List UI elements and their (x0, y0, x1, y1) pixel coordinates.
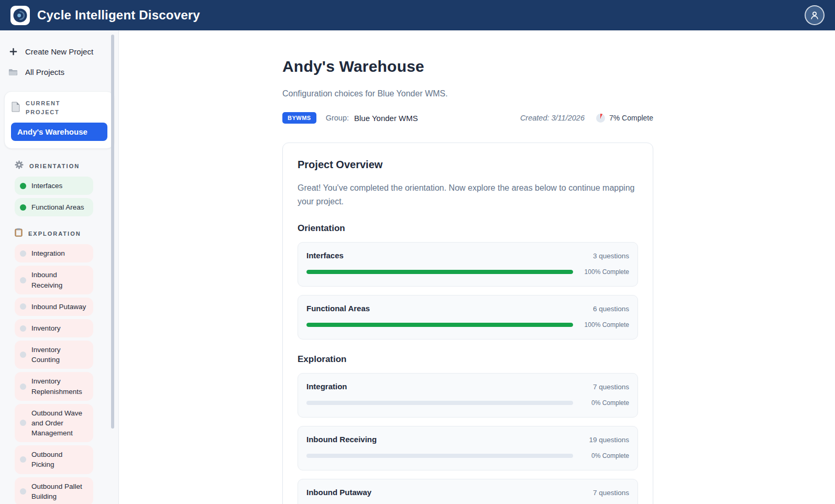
current-project-label: CURRENT PROJECT (26, 99, 87, 116)
sidebar-item-label: Functional Areas (31, 202, 84, 212)
pending-dot-icon (20, 384, 26, 390)
plus-icon (8, 48, 18, 56)
sidebar-item-inventory-replenishments[interactable]: Inventory Replenishments (15, 372, 93, 400)
sidebar-item-outbound-pallet-building[interactable]: Outbound Pallet Building (15, 477, 93, 504)
create-new-project-button[interactable]: Create New Project (0, 43, 118, 60)
page-subtitle: Configuration choices for Blue Yonder WM… (282, 89, 653, 98)
progress-label: 100% Complete (579, 268, 629, 276)
area-card-inbound-putaway[interactable]: Inbound Putaway 7 questions 0% Complete (298, 479, 638, 504)
sidebar: Create New Project All Projects CURRE (0, 30, 119, 504)
sidebar-item-outbound-picking[interactable]: Outbound Picking (15, 445, 93, 474)
progress-label: 0% Complete (579, 452, 629, 459)
sidebar-item-inbound-receiving[interactable]: Inbound Receiving (15, 266, 93, 294)
pending-dot-icon (20, 250, 26, 257)
person-icon (809, 9, 820, 21)
pending-dot-icon (20, 277, 26, 283)
current-project-card: CURRENT PROJECT Andy's Warehouse (4, 91, 114, 149)
clipboard-icon (15, 228, 23, 239)
sidebar-item-label: Inbound Receiving (31, 270, 87, 290)
sidebar-item-label: Integration (31, 248, 65, 258)
sidebar-item-functional-areas[interactable]: Functional Areas (15, 198, 93, 216)
area-name: Inbound Receiving (306, 435, 377, 444)
area-questions: 19 questions (589, 436, 629, 444)
sidebar-item-label: Inbound Putaway (31, 302, 86, 312)
sidebar-item-label: Outbound Pallet Building (31, 481, 87, 501)
all-projects-button[interactable]: All Projects (0, 63, 118, 81)
all-projects-label: All Projects (25, 68, 64, 76)
main-content: Andy's Warehouse Configuration choices f… (119, 30, 835, 504)
area-name: Integration (306, 382, 347, 391)
area-name: Inbound Putaway (306, 488, 371, 497)
progress-bar (306, 454, 573, 458)
sidebar-item-integration[interactable]: Integration (15, 244, 93, 262)
progress-label: 0% Complete (579, 399, 629, 407)
overview-section-title-orientation: Orientation (298, 223, 638, 234)
project-overview-card: Project Overview Great! You've completed… (282, 143, 653, 504)
progress-bar (306, 270, 573, 274)
created-date: Created: 3/11/2026 (520, 114, 585, 122)
sidebar-item-inventory-counting[interactable]: Inventory Counting (15, 341, 93, 369)
sidebar-section-orientation: ORIENTATION (0, 160, 118, 171)
folder-icon (8, 68, 18, 76)
overview-message: Great! You've completed the orientation.… (298, 181, 638, 209)
area-questions: 7 questions (593, 383, 629, 391)
complete-dot-icon (20, 204, 26, 211)
sidebar-scrollbar[interactable] (111, 35, 114, 429)
sidebar-item-label: Inventory Counting (31, 345, 87, 365)
sidebar-section-exploration: EXPLORATION (0, 228, 118, 239)
area-questions: 7 questions (593, 489, 629, 497)
gear-icon (15, 160, 24, 171)
orientation-section-label: ORIENTATION (29, 163, 80, 169)
completion-pie-icon (596, 114, 605, 123)
app-logo-icon (10, 6, 30, 25)
app-title: Cycle Intelligent Discovery (37, 8, 200, 23)
completion-text: 7% Complete (609, 114, 653, 122)
area-card-functional-areas[interactable]: Functional Areas 6 questions 100% Comple… (298, 295, 638, 339)
complete-dot-icon (20, 183, 26, 189)
sidebar-item-interfaces[interactable]: Interfaces (15, 177, 93, 195)
exploration-section-label: EXPLORATION (28, 231, 81, 237)
user-avatar-button[interactable] (805, 5, 825, 25)
sidebar-item-label: Outbound Picking (31, 450, 87, 469)
sidebar-item-label: Outbound Wave and Order Management (31, 408, 87, 438)
pending-dot-icon (20, 456, 26, 463)
group-label: Group: (326, 114, 349, 122)
sidebar-item-label: Inventory Replenishments (31, 376, 87, 396)
pending-dot-icon (20, 488, 26, 495)
overview-section-title-exploration: Exploration (298, 354, 638, 365)
sidebar-item-outbound-wave-order-management[interactable]: Outbound Wave and Order Management (15, 404, 93, 442)
pending-dot-icon (20, 325, 26, 332)
group-value: Blue Yonder WMS (354, 114, 418, 123)
area-questions: 3 questions (593, 252, 629, 260)
sidebar-item-inventory[interactable]: Inventory (15, 319, 93, 337)
progress-bar (306, 323, 573, 327)
area-name: Functional Areas (306, 304, 370, 313)
app-header: Cycle Intelligent Discovery (0, 0, 835, 30)
document-icon (11, 102, 20, 114)
area-card-integration[interactable]: Integration 7 questions 0% Complete (298, 373, 638, 418)
sidebar-item-label: Interfaces (31, 181, 62, 191)
overview-title: Project Overview (298, 159, 638, 171)
area-name: Interfaces (306, 251, 344, 260)
sidebar-item-inbound-putaway[interactable]: Inbound Putaway (15, 298, 93, 316)
progress-bar (306, 401, 573, 405)
create-new-project-label: Create New Project (25, 47, 93, 56)
current-project-button[interactable]: Andy's Warehouse (11, 123, 107, 141)
area-card-inbound-receiving[interactable]: Inbound Receiving 19 questions 0% Comple… (298, 426, 638, 470)
progress-label: 100% Complete (579, 321, 629, 328)
pending-dot-icon (20, 352, 26, 358)
page-title: Andy's Warehouse (282, 58, 653, 75)
sidebar-item-label: Inventory (31, 323, 61, 333)
project-code-badge: BYWMS (282, 112, 316, 124)
area-questions: 6 questions (593, 305, 629, 313)
pending-dot-icon (20, 420, 26, 426)
pending-dot-icon (20, 303, 26, 310)
area-card-interfaces[interactable]: Interfaces 3 questions 100% Complete (298, 242, 638, 287)
